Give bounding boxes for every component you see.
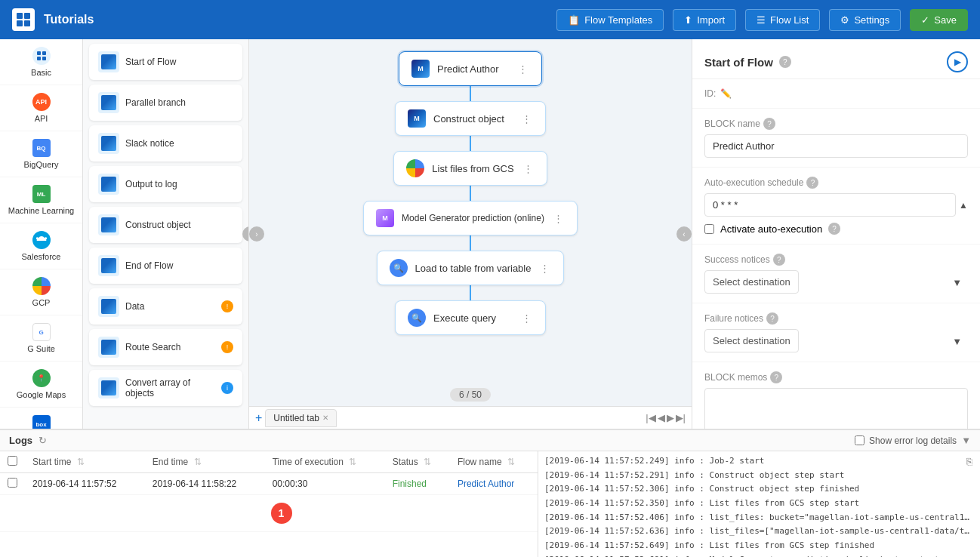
id-edit-icon[interactable]: ✏️ [720,88,732,99]
sidebar-item-salesforce[interactable]: Salesforce [0,223,82,269]
block-start-of-flow[interactable]: Start of Flow [89,44,242,80]
title-help-icon[interactable]: ? [779,56,791,68]
flow-node-list-files[interactable]: List files from GCS ⋮ [393,151,547,186]
collapse-left-arrow[interactable]: › [249,226,264,242]
success-select[interactable]: Select destination [704,270,799,294]
node-menu-model[interactable]: ⋮ [552,211,565,226]
flow-templates-button[interactable]: 📋 Flow Templates [556,9,664,31]
sidebar-item-bigquery[interactable]: BQ BigQuery [0,131,82,177]
sidebar-label-api: API [35,114,48,123]
sort-start-icon[interactable]: ⇅ [77,457,85,467]
flow-node-construct-object[interactable]: M Construct object ⋮ [395,101,546,136]
node-menu-load[interactable]: ⋮ [538,261,551,275]
import-button[interactable]: ⬆ Import [673,9,736,31]
flow-node-execute-query[interactable]: 🔍 Execute query ⋮ [395,300,546,335]
connector-5 [470,285,471,300]
block-badge-convert: i [221,382,233,394]
sidebar-item-box[interactable]: box Box [0,408,82,429]
sort-status-icon[interactable]: ⇅ [424,457,431,467]
sort-flow-icon[interactable]: ⇅ [507,457,515,467]
show-error-checkbox[interactable] [855,435,864,445]
api-icon: API [32,93,51,111]
show-error-row: Show error log details ▼ [855,435,971,446]
id-label: ID: [704,88,716,99]
auto-exec-chevron[interactable]: ▲ [959,200,968,211]
failure-help-icon[interactable]: ? [766,312,778,325]
block-end-of-flow[interactable]: End of Flow [89,248,242,284]
node-icon-model: M [376,209,394,227]
block-output-to-log[interactable]: Output to log [89,166,242,202]
auto-exec-input[interactable] [704,193,956,217]
failure-select[interactable]: Select destination [704,329,799,352]
sidebar-item-gcp[interactable]: GCP [0,269,82,315]
block-construct-object[interactable]: Construct object [89,207,242,243]
node-menu-predict[interactable]: ⋮ [516,62,529,76]
block-data[interactable]: Data ! [89,288,242,325]
block-name-input[interactable] [704,134,968,158]
copy-detail-icon[interactable]: ⎘ [965,454,974,469]
canvas-tab-untitled[interactable]: Untitled tab ✕ [265,409,337,427]
tab-close-icon[interactable]: ✕ [322,414,328,422]
panel-memos-section: BLOCK memos ? [692,362,980,429]
tab-nav-last[interactable]: ▶| [676,412,686,423]
node-menu-execute[interactable]: ⋮ [520,311,533,325]
node-menu-list-files[interactable]: ⋮ [522,162,535,176]
sidebar-item-googlemaps[interactable]: 📍 Google Maps [0,362,82,408]
flow-node-model-generator[interactable]: M Model Generator prediction (online) ⋮ [363,201,578,235]
block-convert-array[interactable]: Convert array of objects i [89,370,242,406]
log-row-checkbox[interactable] [8,478,17,488]
block-parallel-branch[interactable]: Parallel branch [89,85,242,121]
logs-section: Logs ↻ Show error log details ▼ Start ti… [0,429,980,557]
node-menu-construct[interactable]: ⋮ [520,112,533,126]
memos-textarea[interactable] [704,388,968,429]
settings-button[interactable]: ⚙ Settings [829,9,901,31]
flow-list-button[interactable]: ☰ Flow List [745,9,820,31]
show-error-label: Show error log details [869,435,957,446]
logs-header: Logs ↻ Show error log details ▼ [0,430,980,451]
connector-4 [470,235,471,251]
save-icon: ✓ [921,14,929,26]
flow-list-icon: ☰ [757,14,766,26]
sidebar-item-gsuite[interactable]: G G Suite [0,315,82,362]
block-icon-construct [98,214,119,235]
activate-help-icon[interactable]: ? [828,223,840,235]
block-slack-notice[interactable]: Slack notice [89,125,242,162]
col-status: Status ⇅ [385,451,450,473]
flow-node-predict-author[interactable]: M Predict Author ⋮ [399,51,542,86]
flow-node-load-table[interactable]: 🔍 Load to table from variable ⋮ [377,251,565,285]
collapse-block-list[interactable]: ‹ [242,226,249,242]
log-exec-time: 00:00:30 [265,473,385,495]
collapse-right-arrow[interactable]: ‹ [676,226,692,242]
right-panel-title: Start of Flow [704,56,773,69]
gcp-icon [32,277,51,295]
node-icon-construct: M [408,109,426,128]
play-button[interactable]: ▶ [947,51,968,72]
log-select-all[interactable] [8,456,17,466]
logs-expand-icon[interactable]: ▼ [961,435,971,446]
col-execution-time: Time of execution ⇅ [265,451,385,473]
block-badge-route: ! [221,341,233,353]
logs-title: Logs [9,435,32,446]
tab-nav-prev[interactable]: ◀ [658,412,665,423]
memos-help-icon[interactable]: ? [770,371,782,383]
sidebar-item-basic[interactable]: Basic [0,39,82,85]
sort-exec-icon[interactable]: ⇅ [349,457,356,467]
log-row-0[interactable]: 2019-06-14 11:57:52 2019-06-14 11:58:22 … [0,473,538,495]
success-help-icon[interactable]: ? [773,254,785,266]
tab-nav-next[interactable]: ▶ [667,412,674,423]
block-name-help-icon[interactable]: ? [763,118,775,130]
app-logo [12,8,35,31]
block-route-search[interactable]: Route Search ! [89,329,242,365]
tab-add-button[interactable]: + [255,411,262,425]
sort-end-icon[interactable]: ⇅ [194,457,202,467]
log-line-7: [2019-06-14 11:57:52.691] info : Model G… [544,553,974,557]
activate-auto-exec-checkbox[interactable] [704,224,714,234]
save-button[interactable]: ✓ Save [910,9,968,31]
sidebar-item-ml[interactable]: ML Machine Learning [0,177,82,223]
node-icon-execute: 🔍 [408,309,426,327]
refresh-icon[interactable]: ↻ [39,435,47,446]
sidebar-item-api[interactable]: API API [0,85,82,131]
tab-nav-first[interactable]: |◀ [646,412,655,423]
auto-exec-help-icon[interactable]: ? [806,177,818,189]
block-icon-parallel [98,92,119,113]
